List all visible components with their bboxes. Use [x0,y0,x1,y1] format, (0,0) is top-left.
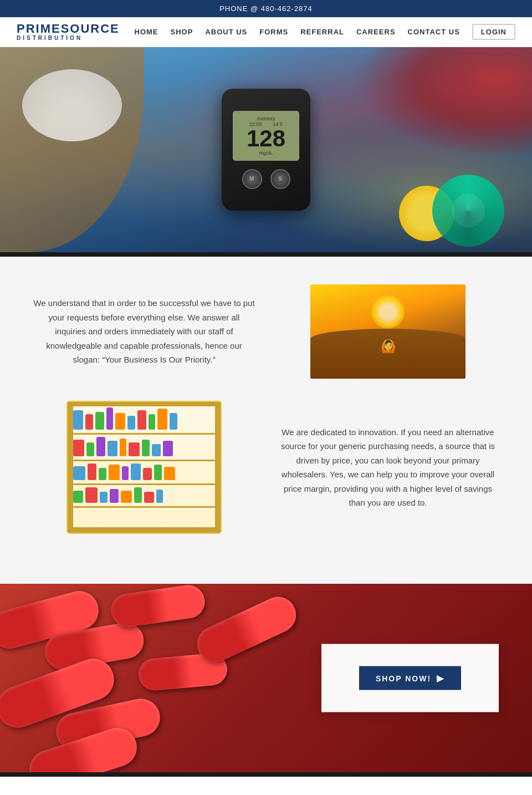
cta-bottom-bar [0,772,532,777]
section1-text: We understand that in order to be succes… [33,296,255,367]
cta-box: SHOP NOW! ▶ [321,644,499,712]
pharmacy-shelf [66,401,222,534]
phone-text: PHONE @ 480-462-2874 [219,4,313,13]
section1-image: 🙆 [277,284,499,379]
footer: PRIMESOURCE DISTRIBUTION © 2018 Rx Prime… [0,777,532,795]
nav-referral[interactable]: REFERRAL [300,28,344,36]
pill-8 [191,591,302,668]
sunshine-image: 🙆 [310,284,466,379]
nav-home[interactable]: HOME [135,28,158,36]
logo: PRIMESOURCE DISTRIBUTION [17,23,120,41]
nav-forms[interactable]: FORMS [259,28,288,36]
content-row-2: We are dedicated to innovation. If you n… [33,401,499,534]
logo-sub: DISTRIBUTION [17,35,83,41]
nav-contact[interactable]: CONTACT US [408,28,460,36]
nav-about[interactable]: ABOUT US [205,28,247,36]
meter-memory: memory [257,116,275,121]
shop-now-label: SHOP NOW! [376,674,431,682]
hero-section: memory 22:05 14 5 128 mg/dL M S [0,47,532,252]
person-silhouette: 🙆 [381,339,396,354]
content-row-1: We understand that in order to be succes… [33,284,499,379]
meter-unit: mg/dL [259,150,273,156]
meter-btn-s: S [270,169,290,189]
meter-screen: memory 22:05 14 5 128 mg/dL [233,111,299,161]
pill-5 [109,584,207,629]
cta-section: SHOP NOW! ▶ [0,584,532,772]
top-bar: PHONE @ 480-462-2874 [0,0,532,17]
main-content: We understand that in order to be succes… [0,257,532,584]
shop-now-arrow: ▶ [437,673,444,684]
meter-btn-m: M [242,169,262,189]
header: PRIMESOURCE DISTRIBUTION HOME SHOP ABOUT… [0,17,532,47]
meter-value: 128 [247,127,285,150]
hero-bottom-bar [0,252,532,257]
logo-main: PRIMESOURCE [17,23,120,35]
nav-careers[interactable]: CAREERS [356,28,396,36]
shop-now-button[interactable]: SHOP NOW! ▶ [359,666,461,690]
section2-image [33,401,255,534]
nav-shop[interactable]: SHOP [171,28,193,36]
glucose-meter: memory 22:05 14 5 128 mg/dL M S [222,89,310,211]
login-button[interactable]: LOGIN [472,24,515,40]
section2-text: We are dedicated to innovation. If you n… [277,425,499,510]
main-nav: HOME SHOP ABOUT US FORMS REFERRAL CAREER… [135,24,515,40]
